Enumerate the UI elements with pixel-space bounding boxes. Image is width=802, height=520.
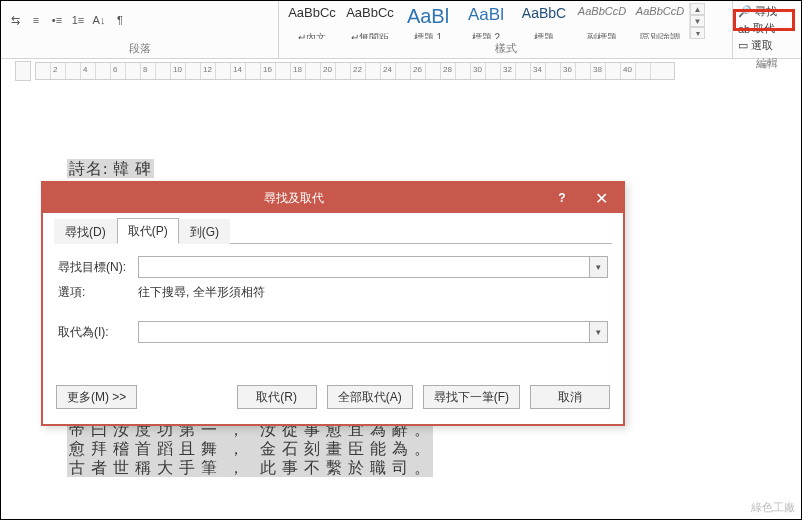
poem-line: 愈 拜 稽 首 蹈 且 舞 ， 金 石 刻 畫 臣 能 為 。 — [69, 439, 431, 458]
ribbon-paragraph-group: ⇆ ≡ •≡ 1≡ A↓ ¶ 段落 — [1, 1, 279, 58]
find-icon: 🔎 — [738, 5, 752, 18]
chevron-down-icon: ▾ — [596, 327, 601, 337]
find-button[interactable]: 🔎 尋找 — [735, 3, 799, 20]
find-input[interactable] — [139, 257, 589, 277]
replace-input[interactable] — [139, 322, 589, 342]
more-button[interactable]: 更多(M) >> — [56, 385, 137, 409]
styles-gallery: AaBbCc ↵內文 AaBbCc ↵無間距 AaBl 標題 1 AaBl 標題… — [279, 1, 732, 39]
find-dropdown-button[interactable]: ▾ — [589, 257, 607, 277]
replace-combo: ▾ — [138, 321, 608, 343]
tab-replace[interactable]: 取代(P) — [117, 218, 179, 244]
style-scroll-more[interactable]: ▾ — [690, 27, 705, 39]
style-item-heading2[interactable]: AaBl 標題 2 — [457, 3, 515, 39]
style-scroll-down[interactable]: ▼ — [690, 15, 705, 27]
poem-title: 詩名: 韓 碑 — [67, 159, 154, 178]
options-label: 選項: — [58, 284, 138, 301]
dialog-body: 尋找(D) 取代(P) 到(G) 尋找目標(N): ▾ 選項: 往下搜尋, 全半… — [43, 213, 623, 424]
watermark: 綠色工廠 — [751, 500, 795, 515]
style-item-nospacing[interactable]: AaBbCc ↵無間距 — [341, 3, 399, 39]
sort-icon[interactable]: A↓ — [91, 12, 107, 28]
find-label: 尋找目標(N): — [58, 259, 138, 276]
find-combo: ▾ — [138, 256, 608, 278]
find-next-button[interactable]: 尋找下一筆(F) — [423, 385, 520, 409]
tab-goto[interactable]: 到(G) — [179, 219, 230, 244]
style-item-heading1[interactable]: AaBl 標題 1 — [399, 3, 457, 39]
dialog-buttons: 更多(M) >> 取代(R) 全部取代(A) 尋找下一筆(F) 取消 — [54, 381, 612, 411]
options-value: 往下搜尋, 全半形須相符 — [138, 284, 265, 301]
chevron-down-icon: ▾ — [596, 262, 601, 272]
poem-line: 古 者 世 稱 大 手 筆 ， 此 事 不 繫 於 職 司 。 — [69, 458, 431, 477]
find-replace-dialog: 尋找及取代 ? ✕ 尋找(D) 取代(P) 到(G) 尋找目標(N): ▾ 選項 — [41, 181, 625, 426]
ribbon: ⇆ ≡ •≡ 1≡ A↓ ¶ 段落 AaBbCc ↵內文 AaBbCc ↵無間距… — [1, 1, 801, 59]
style-item-normal[interactable]: AaBbCc ↵內文 — [283, 3, 341, 39]
pilcrow-icon[interactable]: ¶ — [112, 12, 128, 28]
replace-button[interactable]: ab 取代 — [735, 20, 799, 37]
style-scroll: ▲ ▼ ▾ — [689, 3, 705, 39]
dialog-title: 尋找及取代 — [43, 190, 545, 207]
dialog-tabs: 尋找(D) 取代(P) 到(G) — [54, 220, 612, 244]
horizontal-ruler[interactable]: 246810121416182022242628303234363840 — [35, 62, 675, 80]
close-icon: ✕ — [595, 189, 608, 208]
ruler-area: 246810121416182022242628303234363840 — [1, 59, 801, 83]
list-icon[interactable]: ≡ — [28, 12, 44, 28]
style-item-emphasis[interactable]: AaBbCcD 區別強調 — [631, 3, 689, 39]
replace-icon: ab — [738, 23, 750, 35]
ribbon-styles-group: AaBbCc ↵內文 AaBbCc ↵無間距 AaBl 標題 1 AaBl 標題… — [279, 1, 733, 58]
select-icon: ▭ — [738, 39, 748, 52]
numbering-icon[interactable]: 1≡ — [70, 12, 86, 28]
style-item-title[interactable]: AaBbC 標題 — [515, 3, 573, 39]
dialog-titlebar[interactable]: 尋找及取代 ? ✕ — [43, 183, 623, 213]
indent-icon[interactable]: ⇆ — [7, 12, 23, 28]
select-button[interactable]: ▭ 選取 — [735, 37, 799, 54]
dialog-help-button[interactable]: ? — [545, 183, 579, 213]
ribbon-edit-group: 🔎 尋找 ab 取代 ▭ 選取 編輯 — [733, 1, 801, 58]
cancel-button[interactable]: 取消 — [530, 385, 610, 409]
replace-label: 取代為(I): — [58, 324, 138, 341]
replace-all-button[interactable]: 全部取代(A) — [327, 385, 413, 409]
edit-group-label: 編輯 — [733, 54, 801, 73]
replace-one-button[interactable]: 取代(R) — [237, 385, 317, 409]
ruler-corner[interactable] — [15, 61, 31, 81]
styles-group-label: 樣式 — [279, 39, 732, 58]
style-scroll-up[interactable]: ▲ — [690, 3, 705, 15]
style-item-subtitle[interactable]: AaBbCcD 副標題 — [573, 3, 631, 39]
tab-find[interactable]: 尋找(D) — [54, 219, 117, 244]
replace-dropdown-button[interactable]: ▾ — [589, 322, 607, 342]
paragraph-group-label: 段落 — [1, 39, 278, 58]
bullets-icon[interactable]: •≡ — [49, 12, 65, 28]
dialog-close-button[interactable]: ✕ — [579, 183, 623, 213]
